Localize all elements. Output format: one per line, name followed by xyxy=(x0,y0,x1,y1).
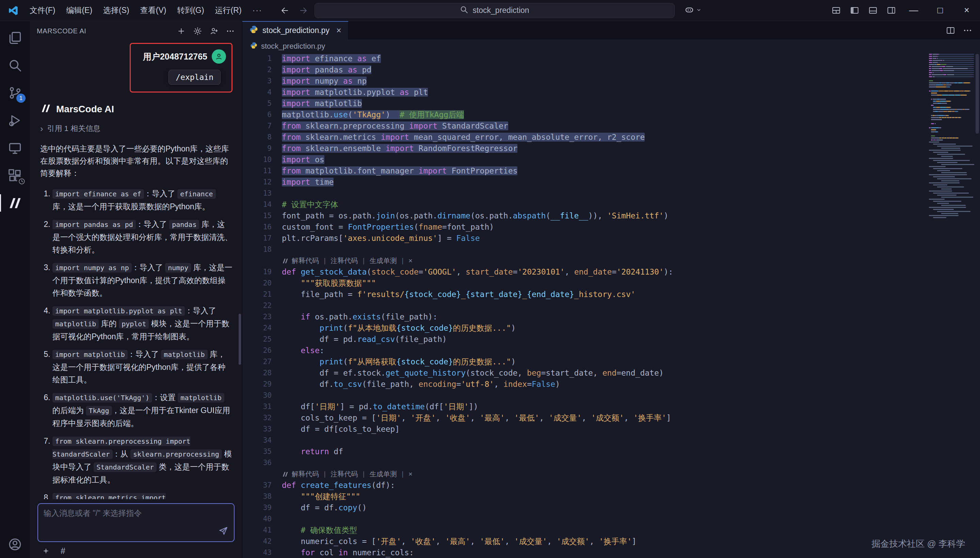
editor-more-icon[interactable] xyxy=(960,23,975,38)
code-line[interactable]: 24 print(f"从本地加载{stock_code}的历史数据...") xyxy=(242,323,980,334)
codelens-action[interactable]: 注释代码 xyxy=(331,255,358,266)
code-line[interactable]: 6matplotlib.use('TkAgg') # 使用TkAgg后端 xyxy=(242,109,980,120)
code-line[interactable]: 26 else: xyxy=(242,345,980,356)
code-line[interactable]: 9from sklearn.ensemble import RandomFore… xyxy=(242,143,980,154)
code-line[interactable]: 20 """获取股票数据""" xyxy=(242,277,980,289)
menu-item[interactable]: 选择(S) xyxy=(98,3,135,18)
code-line[interactable]: 43 for col in numeric_cols: xyxy=(242,547,980,558)
code-line[interactable]: 31 df['日期'] = pd.to_datetime(df['日期']) xyxy=(242,401,980,412)
code-line[interactable]: 32 cols_to_keep = ['日期', '开盘', '收盘', '最高… xyxy=(242,412,980,423)
back-button[interactable] xyxy=(278,3,292,18)
activity-remote-explorer[interactable] xyxy=(0,134,30,162)
codelens-action[interactable]: 生成单测 xyxy=(370,255,397,266)
activity-run-debug[interactable] xyxy=(0,107,30,134)
more-icon[interactable] xyxy=(223,24,237,38)
editor-scrollbar[interactable] xyxy=(975,54,979,134)
code-line[interactable]: 36 xyxy=(242,457,980,469)
code-line[interactable]: 21 file_path = f'results/{stock_code}_{s… xyxy=(242,289,980,300)
breadcrumb[interactable]: stock_prediction.py xyxy=(242,39,980,53)
menu-item[interactable]: 运行(R) xyxy=(210,3,247,18)
code-line[interactable]: 5import matplotlib xyxy=(242,98,980,109)
code-line[interactable]: 12import time xyxy=(242,177,980,188)
maximize-button[interactable]: □ xyxy=(927,0,954,21)
code-line[interactable]: 33 df = df[cols_to_keep] xyxy=(242,423,980,435)
menu-item[interactable]: 编辑(E) xyxy=(61,3,97,18)
activity-explorer[interactable] xyxy=(0,24,30,51)
code-line[interactable]: 17plt.rcParams['axes.unicode_minus'] = F… xyxy=(242,233,980,244)
tab-stock-prediction[interactable]: stock_prediction.py × xyxy=(242,21,349,39)
code-line[interactable]: 10import os xyxy=(242,154,980,165)
tab-close-icon[interactable]: × xyxy=(336,26,341,35)
menu-item[interactable]: 查看(V) xyxy=(135,3,171,18)
menu-item[interactable]: 转到(G) xyxy=(172,3,209,18)
code-line[interactable]: 23 if os.path.exists(file_path): xyxy=(242,311,980,323)
copilot-button[interactable] xyxy=(684,5,702,16)
code-line[interactable]: 1import efinance as ef xyxy=(242,53,980,64)
menu-item[interactable]: 文件(F) xyxy=(25,3,60,18)
code-line[interactable]: 40 xyxy=(242,514,980,525)
toggle-secondary-sidebar-icon[interactable] xyxy=(882,3,900,18)
activity-extensions[interactable] xyxy=(0,162,30,189)
activity-search[interactable] xyxy=(0,51,30,79)
code-line[interactable]: 38 """创建特征""" xyxy=(242,491,980,502)
code-line[interactable]: 2import pandas as pd xyxy=(242,64,980,75)
profile-icon[interactable] xyxy=(207,24,221,38)
context-icon[interactable]: # xyxy=(61,546,65,556)
activity-source-control[interactable]: 1 xyxy=(0,79,30,107)
codelens-action[interactable]: 解释代码 xyxy=(292,255,319,266)
toggle-panel-icon[interactable] xyxy=(863,3,882,18)
code-area[interactable]: 1import efinance as ef2import pandas as … xyxy=(242,53,980,558)
activity-account[interactable] xyxy=(0,530,30,558)
split-editor-icon[interactable] xyxy=(942,23,958,38)
code-line[interactable]: 29 df.to_csv(file_path, encoding='utf-8'… xyxy=(242,379,980,390)
minimize-button[interactable]: — xyxy=(900,0,927,21)
code-line[interactable]: 41 # 确保数值类型 xyxy=(242,525,980,536)
codelens-action[interactable]: 解释代码 xyxy=(292,469,319,480)
code-line[interactable]: 15font_path = os.path.join(os.path.dirna… xyxy=(242,210,980,222)
code-line[interactable]: 13 xyxy=(242,188,980,199)
code-line[interactable]: 3import numpy as np xyxy=(242,75,980,87)
customize-layout-icon[interactable] xyxy=(827,3,845,18)
code-line[interactable]: 35 return df xyxy=(242,446,980,457)
activity-marscode[interactable] xyxy=(0,189,30,217)
codelens-close[interactable]: × xyxy=(408,469,413,480)
command-center-search[interactable]: stock_prediction xyxy=(314,3,675,18)
menu-more[interactable]: ··· xyxy=(247,3,268,17)
code-line[interactable]: 11from matplotlib.font_manager import Fo… xyxy=(242,165,980,177)
explain-list-item: matplotlib.use('TkAgg')：设置 matplotlib 的后… xyxy=(53,391,232,430)
chat-input-box[interactable] xyxy=(38,503,235,542)
line-number: 7 xyxy=(242,120,271,132)
code-line[interactable]: 8from sklearn.metrics import mean_square… xyxy=(242,132,980,143)
code-line[interactable]: 39 df = df.copy() xyxy=(242,502,980,514)
code-line[interactable]: 14# 设置中文字体 xyxy=(242,199,980,210)
code-line[interactable]: 34 xyxy=(242,435,980,446)
toggle-sidebar-icon[interactable] xyxy=(845,3,863,18)
code-line[interactable]: 16custom_font = FontProperties(fname=fon… xyxy=(242,222,980,233)
code-line[interactable]: 7from sklearn.preprocessing import Stand… xyxy=(242,120,980,132)
sidebar-scrollbar[interactable] xyxy=(238,314,241,365)
settings-icon[interactable] xyxy=(190,24,205,38)
codelens-action[interactable]: 生成单测 xyxy=(370,469,397,480)
reference-toggle[interactable]: › 引用 1 相关信息 xyxy=(40,123,232,134)
code-line[interactable]: 18 xyxy=(242,244,980,255)
code-line[interactable]: 19def get_stock_data(stock_code='GOOGL',… xyxy=(242,266,980,277)
minimap[interactable] xyxy=(929,54,974,218)
code-line[interactable]: 22 xyxy=(242,300,980,311)
code-line[interactable]: 30 xyxy=(242,390,980,401)
code-line[interactable]: 37def create_features(df): xyxy=(242,480,980,491)
new-chat-icon[interactable] xyxy=(174,24,188,38)
code-line[interactable]: 28 df = ef.stock.get_quote_history(stock… xyxy=(242,368,980,379)
code-line[interactable]: 27 print(f"从网络获取{stock_code}的历史数据...") xyxy=(242,356,980,368)
forward-button[interactable] xyxy=(296,3,311,18)
codelens-close[interactable]: × xyxy=(408,255,413,266)
search-icon xyxy=(460,5,469,16)
line-number: 10 xyxy=(242,154,271,165)
code-line[interactable]: 25 df = pd.read_csv(file_path) xyxy=(242,334,980,345)
close-button[interactable]: × xyxy=(954,0,980,21)
send-icon[interactable] xyxy=(218,526,229,537)
chat-input[interactable] xyxy=(44,509,202,518)
code-line[interactable]: 42 numeric_cols = ['开盘', '收盘', '最高', '最低… xyxy=(242,536,980,547)
code-line[interactable]: 4import matplotlib.pyplot as plt xyxy=(242,87,980,98)
codelens-action[interactable]: 注释代码 xyxy=(331,469,358,480)
skills-icon[interactable] xyxy=(41,547,50,556)
